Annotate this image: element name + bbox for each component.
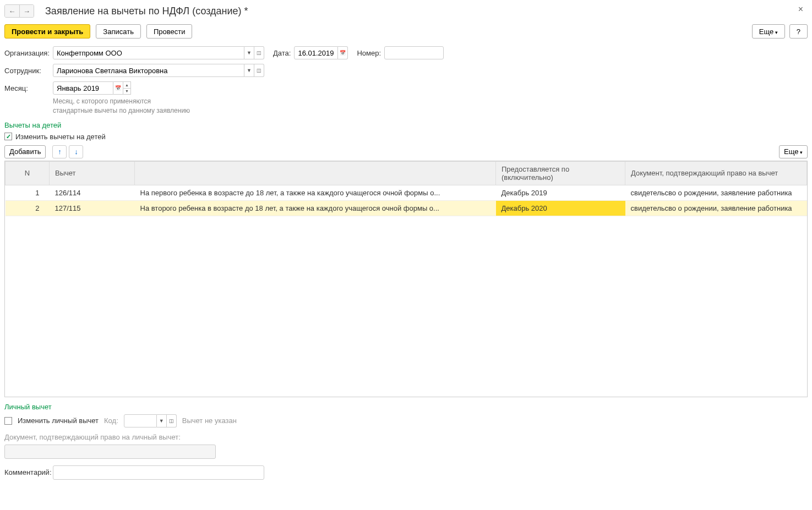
personal-section-title: Личный вычет — [4, 403, 808, 411]
change-children-checkbox[interactable] — [4, 133, 12, 140]
org-input[interactable] — [53, 46, 244, 59]
children-table[interactable]: N Вычет Предоставляется по (включительно… — [4, 161, 808, 397]
table-cell[interactable]: Декабрь 2019 — [496, 185, 625, 200]
more-button[interactable]: Еще — [752, 24, 785, 39]
month-label: Месяц: — [4, 84, 50, 92]
date-label: Дата: — [273, 49, 291, 57]
org-label: Организация: — [4, 49, 50, 57]
month-input[interactable] — [53, 81, 113, 95]
move-up-icon[interactable]: ↑ — [52, 145, 67, 158]
comment-input[interactable] — [53, 465, 264, 480]
table-cell[interactable]: Декабрь 2020 — [496, 200, 625, 216]
personal-doc-input — [4, 445, 216, 459]
back-button[interactable]: ← — [5, 5, 19, 17]
not-set-label: Вычет не указан — [182, 416, 237, 425]
change-children-label: Изменить вычеты на детей — [15, 133, 106, 141]
children-section-title: Вычеты на детей — [4, 121, 808, 129]
nav-buttons: ← → — [4, 4, 34, 18]
number-input[interactable] — [384, 46, 444, 59]
table-cell[interactable]: На второго ребенка в возрасте до 18 лет,… — [135, 200, 496, 216]
write-button[interactable]: Записать — [96, 24, 141, 39]
spinner-up-icon[interactable]: ▲ — [123, 82, 130, 88]
table-cell[interactable]: 126/114 — [50, 185, 135, 200]
table-row[interactable]: 2127/115На второго ребенка в возрасте до… — [6, 200, 807, 216]
table-cell[interactable]: свидетельсво о рождении, заявление работ… — [625, 200, 807, 216]
employee-label: Сотрудник: — [4, 67, 50, 75]
table-more-button[interactable]: Еще — [779, 145, 808, 158]
open-icon: ◫ — [167, 414, 177, 427]
dropdown-icon[interactable]: ▼ — [244, 64, 254, 77]
date-input[interactable] — [294, 46, 338, 59]
code-input — [124, 414, 157, 427]
number-label: Номер: — [357, 49, 381, 57]
table-cell[interactable]: На первого ребенка в возрасте до 18 лет,… — [135, 185, 496, 200]
col-doc[interactable]: Документ, подтверждающий право на вычет — [625, 161, 807, 185]
col-n[interactable]: N — [6, 161, 50, 185]
col-deduction[interactable]: Вычет — [50, 161, 135, 185]
spinner-down-icon[interactable]: ▼ — [123, 88, 130, 95]
forward-button[interactable]: → — [19, 5, 34, 17]
month-hint: Месяц, с которого применяются стандартны… — [53, 97, 808, 116]
table-cell[interactable]: 127/115 — [50, 200, 135, 216]
calendar-icon[interactable]: 📅 — [338, 46, 348, 59]
close-icon[interactable]: × — [798, 4, 803, 14]
move-down-icon[interactable]: ↓ — [69, 145, 83, 158]
post-and-close-button[interactable]: Провести и закрыть — [4, 24, 90, 39]
comment-label: Комментарий: — [4, 468, 50, 476]
table-row[interactable]: 1126/114На первого ребенка в возрасте до… — [6, 185, 807, 200]
table-cell[interactable]: свидетельсво о рождении, заявление работ… — [625, 185, 807, 200]
change-personal-label: Изменить личный вычет — [18, 416, 99, 425]
help-button[interactable]: ? — [789, 24, 808, 39]
table-cell[interactable]: 1 — [6, 185, 50, 200]
table-cell[interactable]: 2 — [6, 200, 50, 216]
dropdown-icon: ▼ — [157, 414, 167, 427]
calendar-icon[interactable]: 📅 — [113, 81, 123, 95]
open-icon[interactable]: ◫ — [254, 64, 264, 77]
page-title: Заявление на вычеты по НДФЛ (создание) * — [45, 6, 248, 17]
add-button[interactable]: Добавить — [4, 145, 46, 158]
code-label: Код: — [104, 416, 118, 425]
col-desc[interactable] — [135, 161, 496, 185]
col-until[interactable]: Предоставляется по (включительно) — [496, 161, 625, 185]
change-personal-checkbox[interactable] — [4, 417, 12, 425]
open-icon[interactable]: ◫ — [254, 46, 264, 59]
personal-doc-label: Документ, подтверждающий право на личный… — [4, 433, 808, 441]
dropdown-icon[interactable]: ▼ — [244, 46, 254, 59]
employee-input[interactable] — [53, 64, 244, 77]
post-button[interactable]: Провести — [146, 24, 193, 39]
